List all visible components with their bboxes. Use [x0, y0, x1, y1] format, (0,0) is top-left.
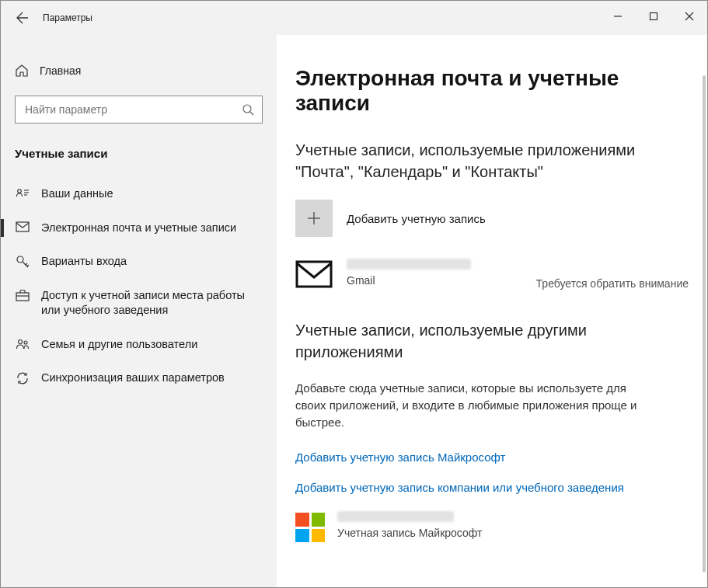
- page-title: Электронная почта и учетные записи: [295, 66, 689, 116]
- search-input[interactable]: [23, 103, 242, 117]
- section-title-mail-apps: Учетные записи, используемые приложениям…: [295, 139, 689, 183]
- sidebar-item-label: Ваши данные: [41, 186, 113, 202]
- search-box[interactable]: [15, 96, 263, 124]
- scrollbar[interactable]: [703, 75, 706, 572]
- home-label: Главная: [40, 64, 81, 77]
- key-icon: [15, 255, 30, 269]
- sidebar-category: Учетные записи: [1, 139, 277, 177]
- home-link[interactable]: Главная: [1, 57, 277, 85]
- titlebar: Параметры: [1, 1, 707, 35]
- svg-rect-10: [16, 293, 29, 301]
- svg-point-2: [243, 105, 251, 113]
- svg-point-12: [19, 339, 23, 343]
- section-description: Добавьте сюда учетные записи, которые вы…: [295, 380, 653, 430]
- sidebar-item-signin-options[interactable]: Варианты входа: [1, 245, 277, 279]
- mail-icon: [15, 221, 30, 232]
- svg-rect-16: [297, 262, 331, 287]
- search-icon: [242, 103, 254, 116]
- account-type: Gmail: [347, 274, 522, 287]
- sidebar-item-label: Электронная почта и учетные записи: [41, 221, 236, 236]
- maximize-icon: [649, 12, 658, 21]
- svg-rect-1: [650, 13, 657, 20]
- sidebar-item-label: Доступ к учетной записи места работы или…: [41, 288, 264, 318]
- plus-icon: [305, 210, 323, 227]
- window-controls: [600, 1, 707, 32]
- sidebar-item-email-accounts[interactable]: Электронная почта и учетные записи: [1, 211, 277, 245]
- add-work-account-link[interactable]: Добавить учетную запись компании или уче…: [295, 481, 689, 494]
- account-item-gmail[interactable]: Gmail Требуется обратить внимание: [295, 259, 689, 291]
- account-item-microsoft[interactable]: Учетная запись Майкрософт: [295, 511, 689, 542]
- add-ms-account-link[interactable]: Добавить учетную запись Майкрософт: [295, 451, 689, 464]
- account-email-redacted: [347, 259, 471, 270]
- svg-point-9: [17, 256, 23, 263]
- plus-tile: [295, 200, 333, 237]
- add-account-button[interactable]: Добавить учетную запись: [295, 200, 689, 237]
- sidebar-item-family[interactable]: Семья и другие пользователи: [1, 328, 277, 362]
- account-status: Требуется обратить внимание: [536, 277, 689, 291]
- svg-point-13: [24, 341, 27, 344]
- sidebar-item-label: Синхронизация ваших параметров: [41, 371, 225, 386]
- envelope-icon: [295, 260, 333, 291]
- people-icon: [15, 338, 30, 350]
- sidebar-item-sync[interactable]: Синхронизация ваших параметров: [1, 361, 277, 395]
- sidebar-item-your-info[interactable]: Ваши данные: [1, 177, 277, 211]
- settings-window: Параметры Главная: [0, 0, 708, 588]
- sidebar-item-label: Варианты входа: [41, 254, 127, 270]
- svg-rect-8: [16, 222, 29, 231]
- person-card-icon: [15, 187, 30, 198]
- microsoft-logo-icon: [295, 513, 325, 542]
- arrow-left-icon: [16, 12, 29, 24]
- section-title-other-apps: Учетные записи, используемые другими при…: [295, 319, 689, 363]
- window-title: Параметры: [43, 12, 92, 23]
- close-icon: [685, 12, 694, 21]
- sidebar: Главная Учетные записи Ваши данные: [1, 35, 277, 587]
- back-button[interactable]: [7, 1, 38, 35]
- content-area: Электронная почта и учетные записи Учетн…: [277, 35, 707, 587]
- account-email-redacted: [337, 511, 454, 522]
- maximize-button[interactable]: [636, 1, 671, 32]
- add-account-label: Добавить учетную запись: [347, 212, 486, 225]
- account-type: Учетная запись Майкрософт: [337, 527, 689, 539]
- svg-line-3: [250, 112, 253, 115]
- svg-point-4: [18, 190, 22, 193]
- briefcase-icon: [15, 289, 30, 301]
- home-icon: [15, 64, 29, 78]
- close-button[interactable]: [671, 1, 707, 32]
- sync-icon: [15, 371, 30, 385]
- minimize-button[interactable]: [600, 1, 636, 32]
- minimize-icon: [613, 12, 623, 21]
- sidebar-item-work-access[interactable]: Доступ к учетной записи места работы или…: [1, 279, 277, 328]
- sidebar-item-label: Семья и другие пользователи: [41, 337, 197, 353]
